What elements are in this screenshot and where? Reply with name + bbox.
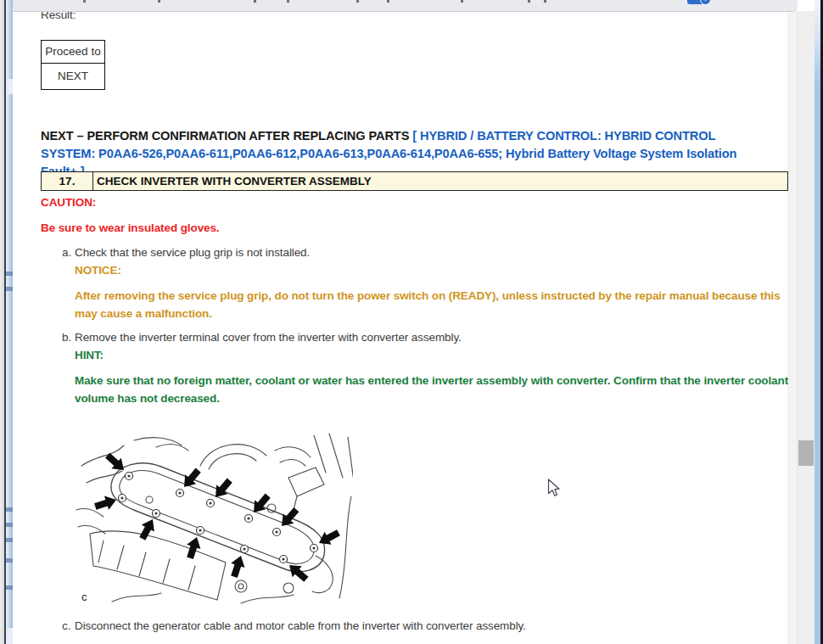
toolbar-clipped-glyph [254,0,256,3]
toolbar-clipped-glyph [83,0,86,3]
left-rail-highlight [6,628,13,644]
engine-line-art: c [75,428,353,606]
left-rail-mark [6,558,13,563]
substep-b-text: Remove the inverter terminal cover from … [75,330,792,345]
substep-c-text: Disconnect the generator cable and motor… [75,619,792,634]
caution-text: Be sure to wear insulated gloves. [41,221,220,236]
left-rail-mark [6,272,13,276]
caution-label: CAUTION: [41,195,96,210]
toolbar-clipped-glyph [356,0,359,3]
toolbar-clipped-glyph [387,0,389,3]
left-rail-blue-strip [6,0,13,644]
toolbar-clipped-glyph [158,0,160,3]
plus-badge: + [700,0,711,5]
notice-text: After removing the service plug grip, do… [75,288,798,322]
step-17-row: 17. CHECK INVERTER WITH CONVERTER ASSEMB… [41,171,788,191]
proceed-to-table: Proceed to NEXT [41,40,105,90]
toolbar-clipped-glyph [287,0,289,3]
substep-c-marker: c. [62,619,70,634]
step-title-cell: CHECK INVERTER WITH CONVERTER ASSEMBLY [93,172,787,190]
window-right-blue-strip [815,0,820,644]
bolt-arrows [93,450,342,585]
bookmark-plus-icon[interactable]: + [687,0,718,7]
left-rail-mark [6,538,13,542]
top-toolbar: + [13,0,798,12]
hint-text: Make sure that no foreign matter, coolan… [75,372,801,407]
proceed-to-header-cell: Proceed to [42,41,104,64]
pointer-cursor [547,479,562,498]
substep-b-marker: b. [62,330,71,345]
left-rail-highlight [6,79,13,94]
scrollbar-thumb[interactable] [798,440,814,466]
vertical-scrollbar-track[interactable] [797,11,815,644]
toolbar-clipped-glyph [544,0,546,3]
hint-label: HINT: [75,348,104,363]
next-heading-prefix: NEXT – PERFORM CONFIRMATION AFTER REPLAC… [41,129,412,143]
step-number-cell: 17. [42,172,93,190]
toolbar-clipped-glyph [461,0,463,3]
proceed-to-value-cell: NEXT [42,64,104,89]
substep-a-marker: a. [62,245,71,260]
left-rail-mark [6,585,13,590]
notice-label: NOTICE: [75,263,121,278]
left-rail-mark [6,287,13,291]
left-rail-mark [6,523,13,527]
inverter-terminal-cover-diagram: c [75,428,353,606]
left-rail-mark [6,507,13,512]
left-panel-rail[interactable] [0,0,13,644]
substep-a-text: Check that the service plug grip is not … [75,245,792,260]
toolbar-clipped-glyph [528,0,530,3]
figure-label: c [81,591,87,603]
